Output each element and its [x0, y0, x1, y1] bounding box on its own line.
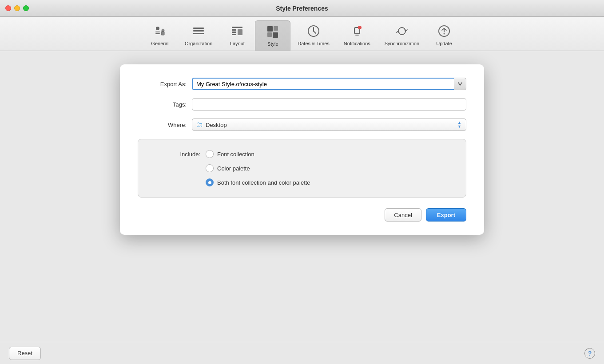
svg-rect-2 [155, 33, 160, 34]
where-arrows-icon: ▲ ▼ [457, 121, 461, 129]
where-row: Where: 🗂 Desktop ▲ ▼ [138, 119, 466, 131]
svg-point-4 [162, 29, 164, 32]
export-as-input[interactable] [192, 78, 454, 90]
svg-rect-12 [238, 29, 242, 35]
synchronization-label: Synchronization [385, 41, 419, 46]
window-title: Style Preferences [276, 5, 328, 12]
toolbar-item-layout[interactable]: Layout [219, 20, 255, 51]
style-label: Style [267, 41, 278, 47]
toolbar-items: General Organization [142, 20, 462, 51]
dates-times-icon [306, 23, 322, 39]
svg-point-0 [156, 27, 159, 30]
update-label: Update [436, 41, 452, 46]
svg-rect-9 [232, 29, 236, 31]
radio-color-palette[interactable]: Color palette [206, 164, 310, 172]
toolbar-item-update[interactable]: Update [426, 20, 462, 51]
maximize-button[interactable] [23, 5, 29, 11]
notifications-icon [349, 23, 365, 39]
where-label: Where: [138, 122, 187, 128]
radio-options: Font collection Color palette Both font … [206, 150, 310, 186]
toolbar-item-notifications[interactable]: Notifications [337, 20, 378, 51]
svg-rect-1 [155, 32, 160, 32]
include-label: Include: [151, 150, 200, 158]
svg-rect-3 [161, 32, 164, 35]
radio-both[interactable]: Both font collection and color palette [206, 178, 310, 186]
where-value: Desktop [206, 122, 227, 128]
svg-rect-5 [193, 28, 204, 29]
svg-rect-8 [232, 27, 242, 28]
svg-rect-13 [267, 26, 273, 32]
svg-rect-11 [232, 34, 236, 35]
export-as-row: Export As: [138, 78, 466, 90]
style-icon [265, 24, 281, 40]
svg-point-22 [358, 26, 362, 29]
export-dialog: Export As: Tags: Where: 🗂 Desktop [120, 64, 484, 235]
update-icon [436, 23, 452, 39]
dates-times-label: Dates & Times [298, 41, 330, 46]
export-button[interactable]: Export [426, 208, 466, 222]
svg-rect-14 [274, 26, 278, 31]
organization-icon [191, 23, 207, 39]
include-row: Include: Font collection Color palette B… [151, 150, 453, 186]
close-button[interactable] [5, 5, 11, 11]
export-as-label: Export As: [138, 81, 187, 87]
toolbar-item-style[interactable]: Style [255, 20, 290, 51]
help-button[interactable]: ? [584, 348, 595, 359]
svg-rect-7 [193, 33, 204, 34]
include-section: Include: Font collection Color palette B… [138, 139, 466, 198]
general-icon [152, 23, 168, 39]
radio-color-circle [206, 164, 214, 172]
radio-both-label: Both font collection and color palette [217, 179, 310, 186]
export-as-dropdown-button[interactable] [454, 78, 466, 90]
reset-button[interactable]: Reset [9, 347, 41, 360]
organization-label: Organization [185, 41, 212, 46]
cancel-button[interactable]: Cancel [385, 208, 421, 222]
main-content: Export As: Tags: Where: 🗂 Desktop [0, 51, 604, 351]
general-label: General [151, 41, 168, 46]
radio-font-label: Font collection [217, 151, 254, 158]
svg-rect-16 [273, 32, 278, 38]
radio-both-circle [206, 178, 214, 186]
folder-icon: 🗂 [196, 121, 203, 129]
tags-row: Tags: [138, 98, 466, 111]
svg-rect-10 [232, 32, 236, 33]
svg-rect-15 [267, 32, 272, 37]
layout-icon [229, 23, 245, 39]
titlebar: Style Preferences [0, 0, 604, 17]
toolbar-item-organization[interactable]: Organization [178, 20, 219, 51]
toolbar-item-dates-times[interactable]: Dates & Times [290, 20, 337, 51]
svg-rect-6 [193, 30, 204, 32]
tags-label: Tags: [138, 101, 187, 108]
notifications-label: Notifications [344, 41, 370, 46]
bottom-bar: Reset ? [0, 342, 604, 364]
toolbar-item-synchronization[interactable]: Synchronization [378, 20, 426, 51]
radio-color-label: Color palette [217, 165, 250, 172]
dialog-buttons: Cancel Export [138, 208, 466, 222]
radio-font-collection[interactable]: Font collection [206, 150, 310, 158]
tags-input[interactable] [192, 98, 466, 111]
export-as-input-wrapper [192, 78, 466, 90]
svg-point-20 [313, 31, 314, 32]
synchronization-icon [394, 23, 410, 39]
where-dropdown[interactable]: 🗂 Desktop ▲ ▼ [192, 119, 466, 131]
window-controls [5, 5, 29, 11]
minimize-button[interactable] [14, 5, 20, 11]
radio-font-circle [206, 150, 214, 158]
layout-label: Layout [230, 41, 245, 46]
chevron-down-icon [458, 82, 462, 86]
toolbar: General Organization [0, 17, 604, 51]
toolbar-item-general[interactable]: General [142, 20, 178, 51]
